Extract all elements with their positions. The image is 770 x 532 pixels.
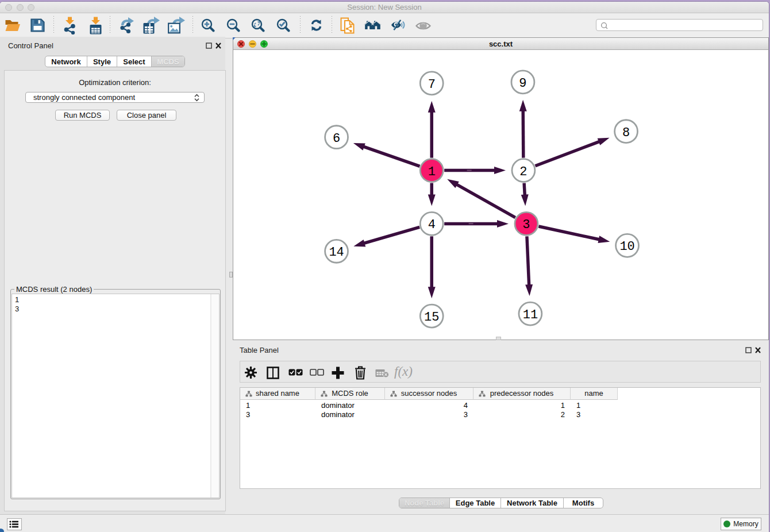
svg-text:10: 10 [619,240,634,254]
svg-text:9: 9 [519,76,526,91]
svg-text:8: 8 [622,126,630,140]
svg-text:14: 14 [329,245,344,260]
svg-text:11: 11 [523,308,538,322]
svg-text:7: 7 [428,78,436,92]
svg-text:3: 3 [522,218,530,232]
svg-text:4: 4 [428,218,436,232]
svg-text:15: 15 [424,310,439,325]
svg-text:2: 2 [519,165,527,179]
svg-text:6: 6 [333,132,340,146]
svg-text:1: 1 [428,165,436,179]
